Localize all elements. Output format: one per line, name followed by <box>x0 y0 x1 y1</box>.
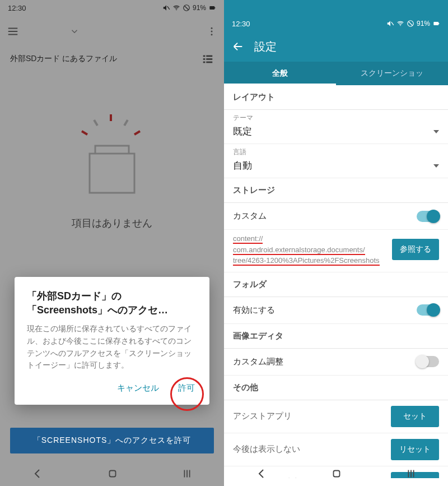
svg-rect-19 <box>209 6 214 10</box>
mute-icon <box>386 20 394 27</box>
svg-line-15 <box>167 6 170 10</box>
battery-icon <box>432 20 440 27</box>
dialog-body: 現在この場所に保存されているすべてのファイル、および今後ここに保存されるすべての… <box>27 323 197 372</box>
mute-icon <box>162 4 170 12</box>
theme-select[interactable]: 既定 <box>224 123 448 144</box>
folder-enable-row: 有効にする <box>224 297 448 324</box>
clock: 12:30 <box>232 20 250 28</box>
nav-bar <box>224 461 448 486</box>
nav-back-icon[interactable] <box>31 467 44 480</box>
nav-recent-icon[interactable] <box>405 468 417 480</box>
grant-access-button[interactable]: 「SCREENSHOTS」へのアクセスを許可 <box>10 428 214 453</box>
svg-line-25 <box>408 22 412 26</box>
section-folder: フォルダ <box>224 272 448 297</box>
nav-bar <box>0 461 224 486</box>
status-bar: 12:30 91% <box>224 16 448 31</box>
custom-adjust-row: カスタム調整 <box>224 349 448 376</box>
tab-bar: 全般 スクリーンショッ <box>224 62 448 85</box>
browse-button[interactable]: 参照する <box>392 239 439 260</box>
permission-dialog: 「外部SDカード」の「Screenshots」へのアクセ… 現在この場所に保存さ… <box>15 277 209 405</box>
svg-rect-26 <box>433 22 438 25</box>
nav-recent-icon[interactable] <box>181 468 193 480</box>
assist-label: アシストアプリ <box>233 411 292 422</box>
clock: 12:30 <box>8 4 26 12</box>
custom-storage-toggle[interactable] <box>417 211 439 222</box>
language-select[interactable]: 自動 <box>224 157 448 178</box>
nav-back-icon[interactable] <box>255 467 268 480</box>
cancel-button[interactable]: キャンセル <box>115 379 161 397</box>
dropdown-arrow-icon <box>433 164 439 168</box>
battery-icon <box>208 4 216 12</box>
section-other: その他 <box>224 376 448 400</box>
settings-scroll[interactable]: レイアウト テーマ 既定 言語 自動 ストレージ カスタム content://… <box>224 85 448 478</box>
folder-enable-label: 有効にする <box>233 305 417 316</box>
theme-label: テーマ <box>224 110 448 123</box>
language-label: 言語 <box>224 144 448 157</box>
settings-appbar: 12:30 91% 設定 全般 スクリーンショッ <box>224 0 448 85</box>
svg-rect-21 <box>109 471 115 477</box>
allow-button[interactable]: 許可 <box>176 379 197 397</box>
custom-adjust-toggle[interactable] <box>417 356 439 367</box>
back-arrow-icon[interactable] <box>232 40 244 53</box>
status-icons: 91% <box>386 20 440 27</box>
wifi-icon <box>172 4 180 12</box>
svg-line-18 <box>184 6 188 10</box>
svg-rect-28 <box>333 471 339 477</box>
assist-row: アシストアプリ セット <box>224 400 448 433</box>
storage-path-row: content:// com.android.externalstorage.d… <box>224 230 448 272</box>
right-screenshot: 12:30 91% 設定 全般 スクリーンショッ <box>224 0 448 486</box>
svg-line-22 <box>391 22 394 25</box>
status-icons: 91% <box>162 4 216 12</box>
custom-adjust-label: カスタム調整 <box>233 357 417 367</box>
svg-rect-20 <box>214 7 215 8</box>
wifi-icon <box>396 20 404 27</box>
tab-general[interactable]: 全般 <box>224 62 336 85</box>
section-storage: ストレージ <box>224 178 448 203</box>
left-screenshot: 外部SDカード にあるファイル <box>0 0 224 486</box>
svg-point-23 <box>400 25 401 26</box>
tab-screenshot[interactable]: スクリーンショッ <box>336 62 448 85</box>
theme-value: 既定 <box>233 125 252 138</box>
dialog-title: 「外部SDカード」の「Screenshots」へのアクセ… <box>27 289 197 317</box>
svg-rect-27 <box>438 23 439 24</box>
svg-point-16 <box>176 10 177 11</box>
language-value: 自動 <box>233 159 252 172</box>
storage-path-text: content:// com.android.externalstorage.d… <box>233 233 386 266</box>
folder-enable-toggle[interactable] <box>417 304 439 316</box>
modal-scrim <box>0 0 224 486</box>
dnd-icon <box>407 20 414 27</box>
battery-text: 91% <box>193 4 206 12</box>
nav-home-icon[interactable] <box>106 468 119 480</box>
battery-text: 91% <box>417 20 430 27</box>
status-bar: 12:30 91% <box>0 0 224 16</box>
dnd-icon <box>183 4 190 12</box>
section-layout: レイアウト <box>224 85 448 110</box>
noshow-label: 今後は表示しない <box>233 444 300 455</box>
custom-storage-toggle-row: カスタム <box>224 203 448 230</box>
assist-set-button[interactable]: セット <box>391 406 439 427</box>
nav-home-icon[interactable] <box>330 468 343 480</box>
dropdown-arrow-icon <box>433 130 439 133</box>
section-editor: 画像エディタ <box>224 324 448 349</box>
custom-storage-label: カスタム <box>233 211 417 221</box>
noshow-reset-button[interactable]: リセット <box>391 439 439 460</box>
page-title: 設定 <box>254 39 277 54</box>
